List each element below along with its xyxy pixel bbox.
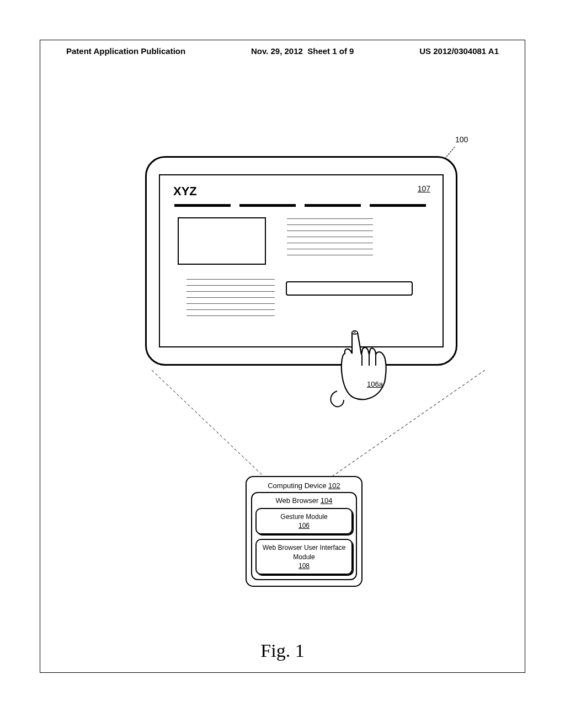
web-browser-label: Web Browser 104 bbox=[255, 496, 353, 505]
text-block-2 bbox=[186, 279, 275, 322]
tablet-device: XYZ 107 bbox=[145, 156, 457, 366]
reference-107: 107 bbox=[418, 184, 430, 193]
reference-106a: 106a bbox=[367, 380, 383, 388]
tablet-screen: XYZ 107 bbox=[159, 174, 444, 347]
input-bar-placeholder bbox=[286, 281, 413, 296]
dashed-line-left bbox=[150, 368, 299, 478]
computing-device-label: Computing Device 102 bbox=[251, 481, 357, 490]
image-placeholder bbox=[178, 217, 266, 265]
nav-tabs-placeholder bbox=[174, 204, 426, 207]
figure-label: Fig. 1 bbox=[40, 640, 525, 661]
page-frame: 100 XYZ 107 bbox=[40, 40, 525, 673]
web-browser-box: Web Browser 104 Gesture Module 106 Web B… bbox=[251, 492, 357, 580]
hand-pointer-icon bbox=[327, 327, 399, 410]
ui-module-box: Web Browser User Interface Module 108 bbox=[255, 539, 353, 575]
webpage-title: XYZ bbox=[173, 184, 197, 199]
computing-device-box: Computing Device 102 Web Browser 104 Ges… bbox=[246, 476, 363, 587]
text-block-1 bbox=[287, 218, 373, 261]
gesture-module-box: Gesture Module 106 bbox=[255, 508, 353, 534]
